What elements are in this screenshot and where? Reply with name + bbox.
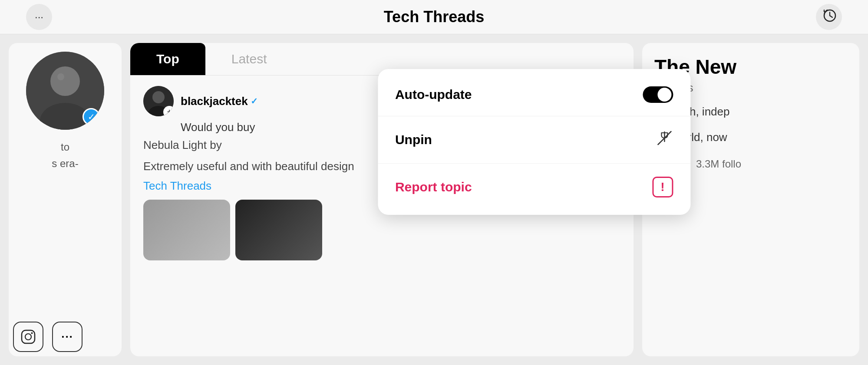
- dropdown-item-report[interactable]: Report topic !: [378, 164, 690, 210]
- svg-point-9: [31, 332, 33, 334]
- tab-top[interactable]: Top: [130, 43, 205, 75]
- report-icon: !: [652, 177, 673, 197]
- dropdown-item-unpin[interactable]: Unpin: [378, 116, 690, 164]
- svg-rect-7: [22, 330, 35, 343]
- toggle-knob: [657, 88, 671, 102]
- svg-line-2: [830, 16, 832, 17]
- dropdown-item-auto-update[interactable]: Auto-update: [378, 73, 690, 116]
- post-image-2: [235, 200, 322, 260]
- post-username: blackjacktek ✓: [181, 95, 258, 108]
- auto-update-toggle[interactable]: [643, 86, 673, 103]
- more-dots-icon[interactable]: ···: [52, 322, 83, 352]
- post-author-avatar: +: [143, 86, 174, 116]
- add-post-button[interactable]: +: [163, 106, 174, 116]
- svg-point-11: [152, 91, 165, 103]
- svg-point-4: [50, 66, 80, 96]
- ellipsis-label: ···: [61, 330, 73, 344]
- follow-text-era: s era-: [52, 158, 78, 170]
- auto-update-label: Auto-update: [395, 87, 472, 102]
- left-panel: ✓ to s era- ···: [9, 43, 122, 356]
- history-button[interactable]: [816, 4, 842, 30]
- dropdown-menu: Auto-update Unpin R: [378, 69, 690, 215]
- report-label: Report topic: [395, 180, 472, 194]
- more-options-button[interactable]: ···: [26, 4, 52, 30]
- username-verified-icon: ✓: [251, 96, 258, 106]
- verified-badge: ✓: [83, 108, 100, 125]
- header: ··· Tech Threads: [0, 0, 868, 34]
- post-author-info: blackjacktek ✓: [181, 95, 258, 108]
- svg-point-6: [57, 73, 64, 80]
- ellipsis-icon: ···: [35, 11, 43, 23]
- svg-point-8: [25, 334, 31, 340]
- tab-latest[interactable]: Latest: [205, 43, 293, 75]
- unpin-label: Unpin: [395, 132, 432, 147]
- followers-count: 3.3M follo: [696, 158, 741, 170]
- left-bottom-icons: ···: [13, 322, 83, 352]
- page-title: Tech Threads: [384, 8, 484, 26]
- user-avatar-container: ✓: [26, 52, 104, 130]
- main-container: ··· Tech Threads: [0, 0, 868, 365]
- history-icon: [821, 8, 837, 26]
- instagram-icon[interactable]: [13, 322, 43, 352]
- post-image-1: [143, 200, 230, 260]
- unpin-icon: [656, 129, 673, 150]
- content-area: ✓ to s era- ··· Top: [0, 34, 868, 365]
- follow-text-to: to: [61, 141, 69, 153]
